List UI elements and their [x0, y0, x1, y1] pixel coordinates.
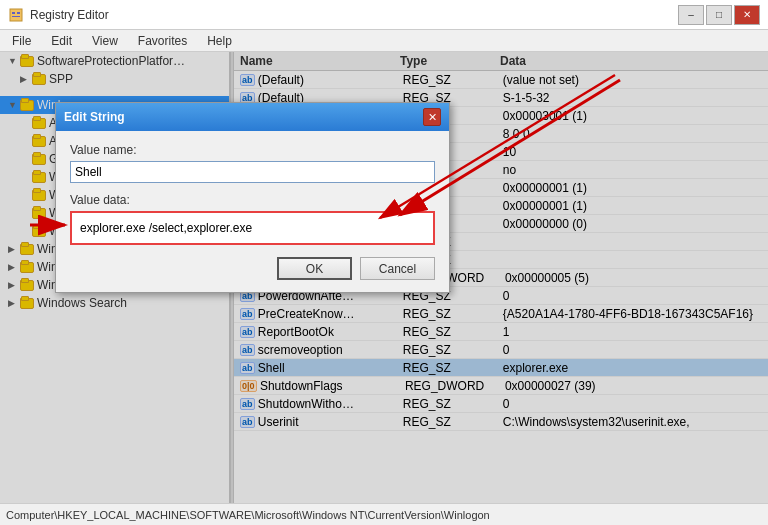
values-header: Name Type Data — [234, 52, 768, 71]
folder-icon — [32, 74, 46, 85]
value-data: 10 — [503, 145, 762, 159]
ab-icon: ab — [240, 362, 255, 374]
title-bar-left: Registry Editor — [8, 7, 109, 23]
menu-bar: File Edit View Favorites Help — [0, 30, 768, 52]
tree-item-softwareprotection[interactable]: ▼ SoftwareProtectionPlatfor… — [0, 52, 229, 70]
window-controls: – □ ✕ — [678, 5, 760, 25]
value-data: 0x00000001 (1) — [503, 199, 762, 213]
svg-rect-0 — [10, 9, 22, 21]
dialog-title: Edit String — [64, 110, 125, 124]
maximize-button[interactable]: □ — [706, 5, 732, 25]
window-title: Registry Editor — [30, 8, 109, 22]
folder-icon — [32, 226, 46, 237]
value-name: ShutdownWitho… — [258, 397, 403, 411]
value-data-label: Value data: — [70, 193, 435, 207]
value-type: REG_SZ — [403, 361, 503, 375]
tree-arrow: ▶ — [20, 74, 32, 84]
tree-arrow: ▼ — [8, 100, 20, 110]
ab-icon: ab — [240, 344, 255, 356]
tree-label: SoftwareProtectionPlatfor… — [37, 54, 185, 68]
value-data: 0 — [503, 397, 762, 411]
close-button[interactable]: ✕ — [734, 5, 760, 25]
cancel-button[interactable]: Cancel — [360, 257, 435, 280]
tree-label: Windows Search — [37, 296, 127, 310]
status-text: Computer\HKEY_LOCAL_MACHINE\SOFTWARE\Mic… — [6, 509, 490, 521]
folder-icon — [20, 298, 34, 309]
value-name: Shell — [258, 361, 403, 375]
dialog-title-bar: Edit String ✕ — [56, 103, 449, 131]
value-data: 0x00003001 (1) — [503, 109, 762, 123]
minimize-button[interactable]: – — [678, 5, 704, 25]
value-data: 0x00000001 (1) — [503, 181, 762, 195]
folder-icon — [20, 100, 34, 111]
svg-rect-3 — [12, 16, 20, 17]
status-bar: Computer\HKEY_LOCAL_MACHINE\SOFTWARE\Mic… — [0, 503, 768, 525]
value-data: S-1-5-32 — [503, 91, 762, 105]
ok-button[interactable]: OK — [277, 257, 352, 280]
folder-icon — [20, 262, 34, 273]
tree-label: SPP — [49, 72, 73, 86]
folder-icon — [32, 190, 46, 201]
ab-icon: ab — [240, 308, 255, 320]
tree-arrow: ▶ — [8, 244, 20, 254]
ab-icon: ab — [240, 416, 255, 428]
value-data: explorer.exe — [503, 361, 762, 375]
dialog-close-button[interactable]: ✕ — [423, 108, 441, 126]
folder-icon — [20, 56, 34, 67]
value-name-input[interactable] — [70, 161, 435, 183]
ab-icon: ab — [240, 326, 255, 338]
value-row[interactable]: ab ReportBootOk REG_SZ 1 — [234, 323, 768, 341]
value-data: 0 — [503, 289, 762, 303]
tree-item-spp[interactable]: ▶ SPP — [0, 70, 229, 88]
value-name: ReportBootOk — [258, 325, 403, 339]
value-data-input[interactable] — [76, 217, 429, 239]
value-type: REG_SZ — [403, 325, 503, 339]
value-data: (value not set) — [503, 73, 762, 87]
value-data: C:\Windows\system32\userinit.exe, — [503, 415, 762, 429]
value-type: REG_SZ — [403, 415, 503, 429]
value-data: 0x00000005 (5) — [505, 271, 762, 285]
value-type: REG_SZ — [403, 397, 503, 411]
ab-icon: ab — [240, 398, 255, 410]
value-type: REG_DWORD — [405, 379, 505, 393]
value-type: REG_SZ — [403, 307, 503, 321]
value-data: 8 0 0 — [503, 127, 762, 141]
value-row[interactable]: ab scremoveoption REG_SZ 0 — [234, 341, 768, 359]
value-data: 1 — [503, 325, 762, 339]
svg-rect-2 — [17, 12, 20, 14]
header-name: Name — [240, 54, 400, 68]
dword-icon: 0|0 — [240, 380, 257, 392]
tree-item-windows-search[interactable]: ▶ Windows Search — [0, 294, 229, 312]
value-name: scremoveoption — [258, 343, 403, 357]
value-row[interactable]: ab PreCreateKnow… REG_SZ {A520A1A4-1780-… — [234, 305, 768, 323]
value-data: 0x00000027 (39) — [505, 379, 762, 393]
menu-file[interactable]: File — [4, 32, 39, 50]
dialog-buttons: OK Cancel — [70, 257, 435, 280]
value-data: 0x00000000 (0) — [503, 217, 762, 231]
folder-icon — [32, 208, 46, 219]
value-row[interactable]: 0|0 ShutdownFlags REG_DWORD 0x00000027 (… — [234, 377, 768, 395]
value-name: PreCreateKnow… — [258, 307, 403, 321]
folder-icon — [32, 136, 46, 147]
menu-help[interactable]: Help — [199, 32, 240, 50]
menu-favorites[interactable]: Favorites — [130, 32, 195, 50]
folder-icon — [32, 118, 46, 129]
value-name: ShutdownFlags — [260, 379, 405, 393]
value-row[interactable]: ab ShutdownWitho… REG_SZ 0 — [234, 395, 768, 413]
value-row[interactable]: ab Userinit REG_SZ C:\Windows\system32\u… — [234, 413, 768, 431]
value-row-shell[interactable]: ab Shell REG_SZ explorer.exe — [234, 359, 768, 377]
folder-icon — [20, 244, 34, 255]
value-data: no — [503, 163, 762, 177]
folder-icon — [32, 154, 46, 165]
value-data: {A520A1A4-1780-4FF6-BD18-167343C5AF16} — [503, 307, 762, 321]
dialog-body: Value name: Value data: OK Cancel — [56, 131, 449, 292]
folder-icon — [32, 172, 46, 183]
menu-view[interactable]: View — [84, 32, 126, 50]
tree-arrow: ▶ — [8, 262, 20, 272]
edit-string-dialog: Edit String ✕ Value name: Value data: OK… — [55, 102, 450, 293]
title-bar: Registry Editor – □ ✕ — [0, 0, 768, 30]
menu-edit[interactable]: Edit — [43, 32, 80, 50]
header-data: Data — [500, 54, 762, 68]
svg-rect-1 — [12, 12, 15, 14]
value-row[interactable]: ab (Default) REG_SZ (value not set) — [234, 71, 768, 89]
